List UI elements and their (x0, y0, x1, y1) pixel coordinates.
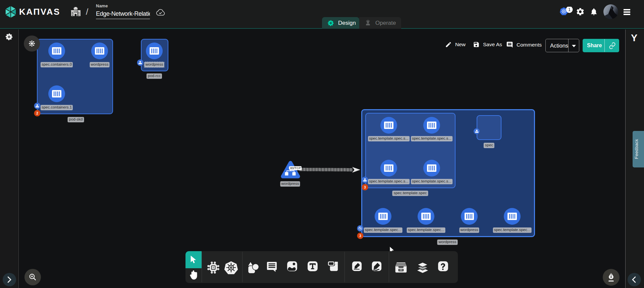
svg-text:1: 1 (568, 7, 571, 12)
